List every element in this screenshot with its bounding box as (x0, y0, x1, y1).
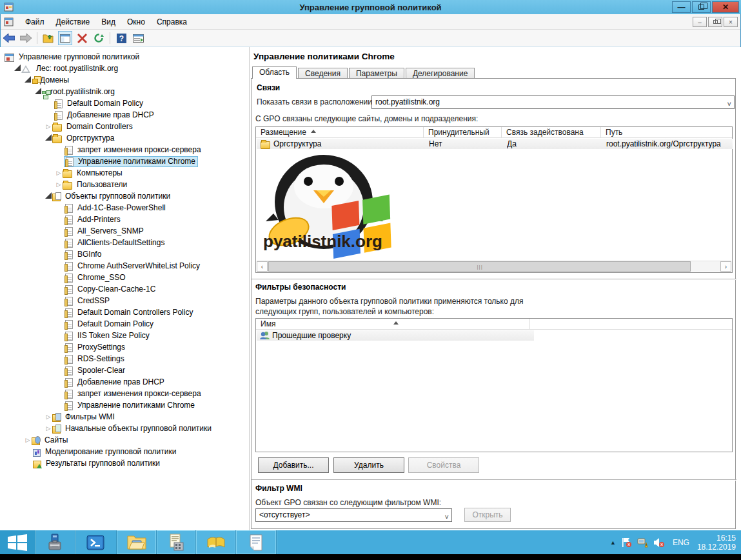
tree-item-forest[interactable]: Лес: root.pyatilistnik.org (1, 63, 120, 74)
delete-button[interactable] (75, 31, 89, 45)
tree-item-sites[interactable]: ▷Сайты (1, 435, 70, 446)
tree-item-gpo-link-selected[interactable]: Управление политиками Chrome (1, 156, 198, 167)
tree-item-gpo[interactable]: Управление политиками Chrome (1, 400, 197, 411)
show-console-tree-button[interactable] (58, 31, 72, 45)
action-center-flag-icon[interactable] (621, 537, 632, 548)
menu-window[interactable]: Окно (121, 15, 151, 28)
taskbar-powershell[interactable] (75, 530, 115, 554)
up-one-level-button[interactable] (41, 31, 55, 45)
column-header-link-enabled[interactable]: Связь задействована (502, 127, 601, 138)
add-button[interactable]: Добавить... (258, 457, 329, 473)
tab-details[interactable]: Сведения (298, 68, 348, 79)
tree-item-root[interactable]: Управление групповой политикой (1, 52, 141, 63)
expander-open-icon[interactable] (44, 191, 52, 202)
tree-item-gpo[interactable]: Chrome_SSO (1, 272, 128, 283)
tab-settings[interactable]: Параметры (349, 68, 404, 79)
properties-button[interactable]: Свойства (408, 457, 479, 473)
tree-item-gpo[interactable]: ProxySettings (1, 342, 127, 353)
tree-item-gpo[interactable]: Default Domain Controllers Policy (1, 307, 195, 318)
mdi-restore-button[interactable] (708, 17, 722, 27)
help-button[interactable]: ? (114, 31, 128, 45)
expander-closed-icon[interactable]: ▷ (44, 423, 52, 434)
tab-scope[interactable]: Область (252, 66, 297, 79)
taskbar-help-book[interactable] (196, 530, 235, 554)
tree-item-gpo-link[interactable]: Добавление прав DHCP (1, 110, 156, 121)
taskbar-notepad[interactable] (236, 530, 276, 554)
tree-item-gpo[interactable]: Spooler-Clear (1, 365, 127, 376)
taskbar-gpmc[interactable] (157, 530, 195, 554)
tree-item-gpo[interactable]: Добавление прав DHCP (1, 377, 166, 388)
tree-item-gpo[interactable]: All_Servers_SNMP (1, 226, 146, 237)
scroll-left-icon[interactable]: ‹ (257, 261, 268, 272)
tree-item-gpo-container[interactable]: Объекты групповой политики (1, 191, 172, 202)
tree-item-gpo[interactable]: Copy-Clean-Cache-1C (1, 284, 157, 295)
tree-item-results[interactable]: Результаты групповой политики (1, 458, 162, 469)
expander-closed-icon[interactable]: ▷ (55, 168, 63, 179)
tree-item-gpo[interactable]: IIS Token Size Policy (1, 330, 152, 341)
menu-help[interactable]: Справка (151, 15, 193, 28)
tree-item-domains[interactable]: Домены (1, 75, 71, 86)
menu-file[interactable]: Файл (19, 15, 50, 28)
show-hidden-icons-button[interactable]: ▲ (610, 539, 616, 546)
wmi-filter-combobox[interactable]: <отсутствует> ˅ (255, 508, 452, 522)
close-button[interactable]: ✕ (712, 1, 739, 13)
start-button[interactable] (0, 530, 35, 554)
tree-item-domain[interactable]: root.pyatilistnik.org (1, 86, 117, 97)
tree-item-modeling[interactable]: Моделирование групповой политики (1, 446, 178, 457)
language-indicator[interactable]: ENG (673, 538, 689, 547)
open-button[interactable]: Открыть (464, 508, 511, 522)
network-status-icon[interactable] (637, 537, 648, 548)
restore-button[interactable] (692, 1, 711, 13)
tree-panel-splitter[interactable] (249, 47, 250, 530)
tree-item-gpo[interactable]: CredSSP (1, 295, 112, 306)
horizontal-scrollbar[interactable]: ‹ ||| › (257, 261, 731, 272)
export-list-button[interactable] (131, 31, 145, 45)
location-combobox[interactable]: root.pyatilistnik.org ˅ (371, 95, 735, 109)
tree-item-ou[interactable]: Оргструктура (1, 133, 116, 144)
menu-view[interactable]: Вид (95, 15, 121, 28)
expander-open-icon[interactable] (34, 86, 42, 97)
volume-muted-icon[interactable] (653, 537, 665, 548)
back-button[interactable] (2, 31, 16, 45)
tab-delegation[interactable]: Делегирование (406, 68, 475, 79)
links-table-row[interactable]: Оргструктура Нет Да root.pyatilistnik.or… (257, 139, 733, 149)
security-list-row[interactable]: Прошедшие проверку (257, 330, 534, 341)
column-header-location[interactable]: Размещение (256, 127, 424, 138)
remove-button[interactable]: Удалить (333, 457, 404, 473)
expander-open-icon[interactable] (14, 63, 21, 74)
column-header-path[interactable]: Путь (601, 127, 733, 138)
tree-item-ou[interactable]: ▷Domain Controllers (1, 121, 135, 132)
expander-closed-icon[interactable]: ▷ (44, 121, 52, 132)
tree-item-gpo[interactable]: Add-Printers (1, 214, 123, 225)
scrollbar-thumb[interactable]: ||| (268, 261, 691, 272)
tree-item-gpo[interactable]: AllClients-DefaultSettings (1, 237, 166, 248)
tree-item-gpo[interactable]: Add-1C-Base-PowerShell (1, 203, 168, 214)
forward-button[interactable] (19, 31, 33, 45)
expander-closed-icon[interactable]: ▷ (55, 179, 63, 190)
mdi-minimize-button[interactable]: – (693, 17, 707, 27)
tree-item-wmi-filters[interactable]: ▷Фильтры WMI (1, 412, 117, 423)
clock[interactable]: 16:15 18.12.2019 (697, 534, 736, 552)
column-header-enforced[interactable]: Принудительный (424, 127, 502, 138)
expander-open-icon[interactable] (44, 133, 52, 144)
expander-closed-icon[interactable]: ▷ (44, 412, 52, 423)
refresh-button[interactable] (92, 31, 106, 45)
tree-item-ou[interactable]: ▷Компьютеры (1, 168, 124, 179)
tree-item-gpo[interactable]: RDS-Settings (1, 354, 126, 365)
tree-item-starter-gpos[interactable]: ▷Начальные объекты групповой политики (1, 423, 213, 434)
tree-item-gpo[interactable]: Chrome AuthServerWhiteList Policy (1, 261, 202, 272)
minimize-button[interactable]: — (672, 1, 691, 13)
expander-closed-icon[interactable]: ▷ (24, 435, 32, 446)
tree-item-gpo[interactable]: BGInfo (1, 249, 103, 260)
scroll-right-icon[interactable]: › (720, 261, 731, 272)
tree-item-gpo-link[interactable]: запрет изменения прокси-сервера (1, 145, 203, 155)
tree-item-gpo-link[interactable]: Default Domain Policy (1, 98, 145, 109)
taskbar-file-explorer[interactable] (117, 530, 156, 554)
tree-item-gpo[interactable]: запрет изменения прокси-сервера (1, 388, 203, 399)
mdi-close-button[interactable]: × (724, 17, 738, 27)
taskbar-server-manager[interactable] (35, 530, 75, 554)
expander-open-icon[interactable] (24, 75, 32, 86)
tree-item-gpo[interactable]: Default Domain Policy (1, 319, 155, 330)
menu-action[interactable]: Действие (50, 15, 96, 28)
tree-item-ou[interactable]: ▷Пользователи (1, 179, 129, 190)
